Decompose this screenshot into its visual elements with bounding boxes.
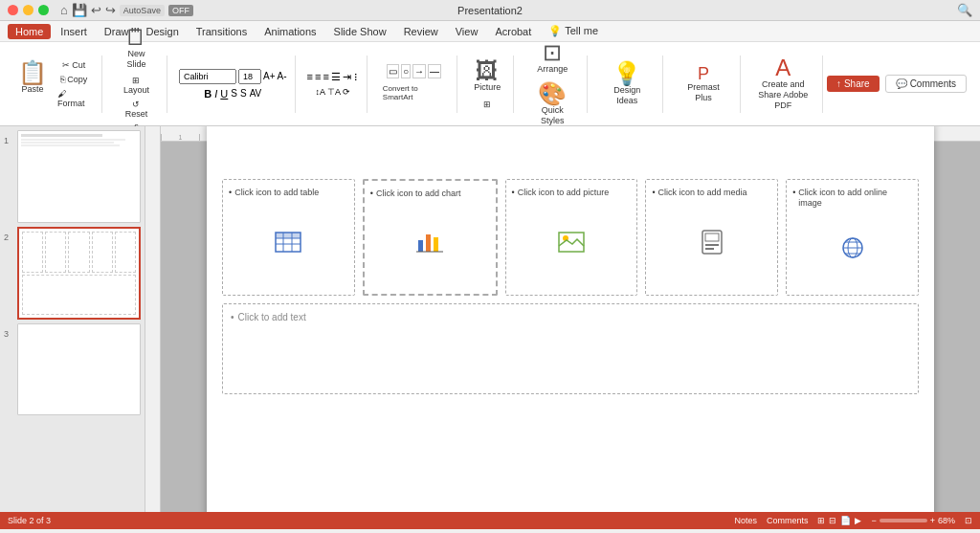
window-title: Presentation2 <box>457 5 523 16</box>
menu-acrobat[interactable]: Acrobat <box>487 24 539 39</box>
home-icon[interactable]: ⌂ <box>60 3 68 17</box>
online-image-placeholder-label: Click icon to add online image <box>792 188 912 210</box>
comment-icon: 💬 <box>896 78 907 89</box>
convert-smartart-button[interactable]: Convert to SmartArt <box>379 82 449 103</box>
media-placeholder[interactable]: Click icon to add media <box>645 179 778 296</box>
bold-button[interactable]: B <box>204 88 212 100</box>
menu-insert[interactable]: Insert <box>53 24 95 39</box>
picture-placeholder[interactable]: Click icon to add picture <box>505 179 638 296</box>
reset-button[interactable]: ↺ Reset <box>118 98 154 121</box>
design-ideas-button[interactable]: 💡 Design Ideas <box>599 59 655 109</box>
text-placeholder[interactable]: Click to add text <box>222 303 919 394</box>
char-spacing-button[interactable]: AV <box>250 88 262 99</box>
menu-home[interactable]: Home <box>8 24 51 39</box>
menu-review[interactable]: Review <box>396 24 446 39</box>
slide-thumb-container-1: 1 <box>4 130 141 223</box>
copy-button[interactable]: ⎘ Copy <box>54 73 94 86</box>
zoom-out-button[interactable]: − <box>871 516 876 525</box>
shape-oval[interactable]: ○ <box>401 64 411 78</box>
font-grow-button[interactable]: A+ <box>263 71 276 81</box>
undo-icon[interactable]: ↩ <box>91 3 101 17</box>
shape-line[interactable]: — <box>428 64 441 78</box>
online-image-placeholder[interactable]: Click icon to add online image <box>786 179 919 296</box>
align-center-button[interactable]: ≡ <box>315 71 321 83</box>
main-area: 1 2 <box>0 126 980 512</box>
font-name-input[interactable] <box>179 69 236 84</box>
svg-rect-16 <box>705 244 719 246</box>
view-slide-sorter-icon[interactable]: ⊟ <box>829 516 836 525</box>
cut-button[interactable]: ✂ Cut <box>54 58 94 72</box>
drawing-group: ▭ ○ → — Convert to SmartArt <box>371 56 457 113</box>
align-left-button[interactable]: ≡ <box>307 71 313 83</box>
format-painter-button[interactable]: 🖌 Format <box>54 87 94 110</box>
autosave-label: AutoSave <box>120 5 165 16</box>
table-placeholder-label: Click icon to add table <box>229 188 348 199</box>
italic-button[interactable]: I <box>214 88 217 100</box>
online-image-icon <box>839 236 866 259</box>
notes-button[interactable]: Notes <box>734 516 757 525</box>
comments-button[interactable]: 💬 Comments <box>885 75 967 93</box>
design-ideas-icon: 💡 <box>612 62 641 85</box>
chart-placeholder[interactable]: Click icon to add chart <box>363 179 498 296</box>
minimize-button[interactable] <box>23 5 33 15</box>
new-slide-button[interactable]: 🗒 New Slide <box>114 23 159 73</box>
chart-placeholder-label: Click icon to add chart <box>370 189 490 200</box>
view-reading-icon[interactable]: 📄 <box>840 516 851 525</box>
text-direction-button[interactable]: ↕A <box>315 87 325 97</box>
adobe-share-button[interactable]: A Create and Share Adobe PDF <box>752 54 814 113</box>
table-placeholder[interactable]: Click icon to add table <box>222 179 355 296</box>
comments-status-button[interactable]: Comments <box>767 516 809 525</box>
arrange-button[interactable]: ⊡ Arrange <box>532 38 572 78</box>
menu-view[interactable]: View <box>448 24 486 39</box>
indent-button[interactable]: ⇥ <box>343 71 351 83</box>
list-button[interactable]: ☰ <box>331 71 341 83</box>
autosave-state[interactable]: OFF <box>168 5 193 16</box>
premast-button[interactable]: P Premast Plus <box>675 62 731 106</box>
toolbar-icons: ⌂ 💾 ↩ ↪ AutoSave OFF <box>60 3 193 17</box>
table-icon-area <box>229 198 348 286</box>
shapes-gallery-button[interactable]: ⊞ <box>472 98 502 111</box>
zoom-in-button[interactable]: + <box>930 516 935 525</box>
strikethrough-button[interactable]: S <box>231 88 237 99</box>
picture-button[interactable]: 🖼 Picture <box>469 56 505 96</box>
align-text-button[interactable]: ⊤A <box>327 87 341 97</box>
svg-rect-7 <box>292 233 301 238</box>
view-normal-icon[interactable]: ⊞ <box>817 516 825 525</box>
close-button[interactable] <box>8 5 18 15</box>
layout-button[interactable]: ⊞ Layout <box>118 74 154 97</box>
menu-transitions[interactable]: Transitions <box>189 24 255 39</box>
smartart-convert-button[interactable]: ⟳ <box>343 87 350 97</box>
zoom-slider[interactable] <box>880 519 927 522</box>
menu-slideshow[interactable]: Slide Show <box>326 24 394 39</box>
slide-thumbnail-2[interactable] <box>17 227 141 320</box>
paste-button[interactable]: 📋 Paste <box>13 58 52 110</box>
redo-icon[interactable]: ↪ <box>105 3 116 17</box>
menu-tellme[interactable]: 💡 Tell me <box>541 23 606 39</box>
columns-button[interactable]: ⫶ <box>353 71 359 83</box>
font-shrink-button[interactable]: A- <box>278 71 287 81</box>
paragraph-group: ≡ ≡ ≡ ☰ ⇥ ⫶ ↕A ⊤A ⟳ <box>300 56 368 113</box>
quick-styles-icon: 🎨 <box>538 82 567 105</box>
canvas-area: 1 2 3 4 5 6 7 8 9 10 Chart placeholder i… <box>145 126 980 512</box>
shape-arrow[interactable]: → <box>412 64 426 78</box>
quick-styles-button[interactable]: 🎨 Quick Styles <box>525 79 579 129</box>
align-right-button[interactable]: ≡ <box>323 71 328 83</box>
underline-button[interactable]: U <box>220 88 228 100</box>
design-ideas-group: 💡 Design Ideas <box>591 56 663 113</box>
font-group: A+ A- B I U S S AV <box>171 56 296 113</box>
fit-slide-button[interactable]: ⊡ <box>965 516 972 525</box>
maximize-button[interactable] <box>38 5 49 15</box>
slide-thumbnail-1[interactable] <box>17 130 141 223</box>
font-size-input[interactable] <box>238 69 261 84</box>
view-slideshow-icon[interactable]: ▶ <box>855 516 861 525</box>
slide-canvas: Chart placeholder in PowerPoint Click ic… <box>207 126 934 512</box>
slide-thumbnail-3[interactable] <box>17 323 141 416</box>
chart-icon-area <box>370 199 490 285</box>
menu-animations[interactable]: Animations <box>256 24 323 39</box>
shadow-button[interactable]: S <box>240 88 247 99</box>
save-icon[interactable]: 💾 <box>72 3 87 17</box>
share-button[interactable]: ↑ Share <box>827 76 880 92</box>
search-icon[interactable]: 🔍 <box>957 3 972 17</box>
shape-rect[interactable]: ▭ <box>387 64 399 78</box>
ribbon-content: 📋 Paste ✂ Cut ⎘ Copy 🖌 Format 🗒 New Slid… <box>0 42 980 125</box>
